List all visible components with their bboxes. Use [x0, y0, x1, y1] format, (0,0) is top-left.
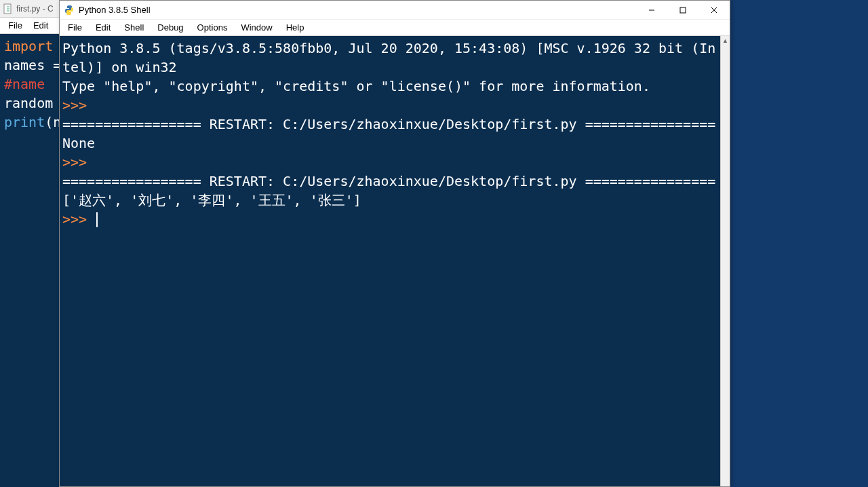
desktop-background [730, 0, 868, 487]
shell-menu-shell[interactable]: Shell [117, 21, 151, 34]
shell-menu-edit[interactable]: Edit [89, 21, 117, 34]
maximize-button[interactable] [667, 1, 698, 19]
shell-titlebar[interactable]: Python 3.8.5 Shell [60, 1, 730, 20]
editor-menu-file[interactable]: File [3, 19, 28, 32]
shell-menu-window[interactable]: Window [234, 21, 279, 34]
shell-line: ['赵六', '刘七', '李四', '王五', '张三'] [62, 191, 717, 210]
text-cursor [96, 212, 98, 227]
shell-output-area[interactable]: Python 3.8.5 (tags/v3.8.5:580fbb0, Jul 2… [60, 36, 720, 486]
scrollbar-up-arrow[interactable]: ▲ [721, 37, 730, 44]
shell-line: >>> [62, 96, 717, 115]
shell-line: ================= RESTART: C:/Users/zhao… [62, 172, 717, 191]
shell-menu-debug[interactable]: Debug [151, 21, 190, 34]
shell-line: None [62, 134, 717, 153]
shell-line: Python 3.8.5 (tags/v3.8.5:580fbb0, Jul 2… [62, 39, 717, 77]
shell-menu-options[interactable]: Options [191, 21, 235, 34]
shell-scrollbar[interactable]: ▲ [720, 36, 730, 486]
minimize-button[interactable] [636, 1, 667, 19]
editor-menu-edit[interactable]: Edit [28, 19, 54, 32]
shell-title-text: Python 3.8.5 Shell [79, 5, 151, 15]
shell-window: Python 3.8.5 Shell File Edit Shell Debug… [59, 0, 730, 487]
shell-line: >>> [62, 210, 717, 229]
python-file-icon [3, 3, 14, 14]
close-button[interactable] [698, 1, 730, 19]
shell-line: >>> [62, 153, 717, 172]
shell-menu-file[interactable]: File [61, 21, 89, 34]
svg-rect-2 [680, 7, 686, 13]
editor-title-text: first.py - C [16, 4, 54, 14]
python-shell-icon [64, 5, 75, 16]
shell-menu-help[interactable]: Help [279, 21, 311, 34]
window-controls [636, 1, 730, 19]
shell-line: ================= RESTART: C:/Users/zhao… [62, 115, 717, 134]
shell-menubar: File Edit Shell Debug Options Window Hel… [60, 20, 730, 36]
shell-line: Type "help", "copyright", "credits" or "… [62, 77, 717, 96]
